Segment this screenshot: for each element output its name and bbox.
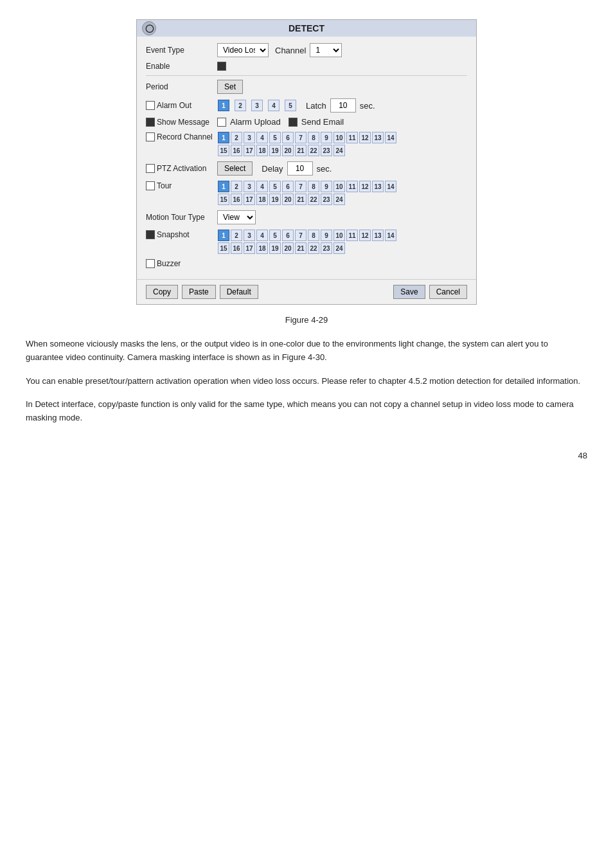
snap-badge-9[interactable]: 9 [321,230,332,241]
tour-badge-8[interactable]: 8 [308,181,319,192]
rc-badge-24[interactable]: 24 [333,145,345,156]
tour-badge-6[interactable]: 6 [282,181,294,192]
tour-badge-7[interactable]: 7 [295,181,306,192]
snap-badge-19[interactable]: 19 [269,242,281,254]
rc-badge-11[interactable]: 11 [346,132,358,143]
rc-badge-19[interactable]: 19 [269,145,281,156]
snap-badge-7[interactable]: 7 [295,230,306,241]
tour-badge-19[interactable]: 19 [269,194,281,205]
delay-input[interactable] [287,161,313,176]
rc-badge-22[interactable]: 22 [308,145,319,156]
show-message-checkbox[interactable] [146,118,155,127]
rc-badge-20[interactable]: 20 [282,145,294,156]
rc-badge-8[interactable]: 8 [308,132,319,143]
save-btn[interactable]: Save [393,285,425,299]
tour-badge-15[interactable]: 15 [218,194,229,205]
snapshot-checkbox[interactable] [146,230,155,239]
rc-badge-4[interactable]: 4 [256,132,268,143]
tour-badge-12[interactable]: 12 [359,181,371,192]
tour-badge-5[interactable]: 5 [269,181,281,192]
alarm-out-badge-5[interactable]: 5 [285,100,296,111]
tour-badge-1[interactable]: 1 [218,181,229,192]
buzzer-checkbox[interactable] [146,259,155,268]
channel-select[interactable]: 1 [310,43,342,57]
alarm-out-badge-1[interactable]: 1 [218,100,229,111]
snap-badge-1[interactable]: 1 [218,230,229,241]
motion-tour-type-select[interactable]: View 1 [217,210,256,224]
rc-badge-15[interactable]: 15 [218,145,229,156]
rc-badge-2[interactable]: 2 [231,132,242,143]
rc-badge-10[interactable]: 10 [333,132,345,143]
rc-badge-16[interactable]: 16 [231,145,242,156]
rc-badge-18[interactable]: 18 [256,145,268,156]
alarm-out-checkbox[interactable] [146,101,155,110]
rc-badge-3[interactable]: 3 [244,132,255,143]
rc-badge-9[interactable]: 9 [321,132,332,143]
ptz-activation-checkbox[interactable] [146,164,155,173]
tour-badge-20[interactable]: 20 [282,194,294,205]
tour-badge-3[interactable]: 3 [244,181,255,192]
snap-badge-2[interactable]: 2 [231,230,242,241]
snap-badge-17[interactable]: 17 [244,242,255,254]
send-email-checkbox[interactable] [289,118,298,127]
snap-badge-4[interactable]: 4 [256,230,268,241]
snap-badge-8[interactable]: 8 [308,230,319,241]
snap-badge-12[interactable]: 12 [359,230,371,241]
alarm-out-badge-4[interactable]: 4 [268,100,280,111]
rc-badge-23[interactable]: 23 [321,145,332,156]
default-btn[interactable]: Default [220,285,258,299]
snap-badge-16[interactable]: 16 [231,242,242,254]
event-type-select[interactable]: Video Loss [217,43,269,57]
rc-badge-13[interactable]: 13 [372,132,384,143]
cancel-btn[interactable]: Cancel [429,285,467,299]
rc-badge-12[interactable]: 12 [359,132,371,143]
snap-badge-18[interactable]: 18 [256,242,268,254]
tour-badge-22[interactable]: 22 [308,194,319,205]
copy-btn[interactable]: Copy [146,285,178,299]
ptz-select-btn[interactable]: Select [217,161,253,176]
rc-badge-21[interactable]: 21 [295,145,306,156]
snap-badge-6[interactable]: 6 [282,230,294,241]
snap-badge-22[interactable]: 22 [308,242,319,254]
snap-badge-24[interactable]: 24 [333,242,345,254]
tour-badge-24[interactable]: 24 [333,194,345,205]
alarm-out-badge-3[interactable]: 3 [251,100,263,111]
rc-badge-14[interactable]: 14 [385,132,396,143]
snap-badge-20[interactable]: 20 [282,242,294,254]
tour-badge-13[interactable]: 13 [372,181,384,192]
snap-badge-23[interactable]: 23 [321,242,332,254]
tour-badge-17[interactable]: 17 [244,194,255,205]
snap-badge-11[interactable]: 11 [346,230,358,241]
tour-badge-16[interactable]: 16 [231,194,242,205]
tour-badge-9[interactable]: 9 [321,181,332,192]
tour-badge-4[interactable]: 4 [256,181,268,192]
alarm-upload-checkbox[interactable] [217,118,226,127]
rc-badge-5[interactable]: 5 [269,132,281,143]
snap-badge-13[interactable]: 13 [372,230,384,241]
tour-badge-10[interactable]: 10 [333,181,345,192]
snap-badge-15[interactable]: 15 [218,242,229,254]
latch-input[interactable] [330,98,356,113]
snap-badge-3[interactable]: 3 [244,230,255,241]
rc-badge-6[interactable]: 6 [282,132,294,143]
period-set-btn[interactable]: Set [217,80,243,94]
snap-badge-10[interactable]: 10 [333,230,345,241]
tour-badge-2[interactable]: 2 [231,181,242,192]
tour-badge-23[interactable]: 23 [321,194,332,205]
rc-badge-7[interactable]: 7 [295,132,306,143]
tour-checkbox[interactable] [146,181,155,190]
snap-badge-21[interactable]: 21 [295,242,306,254]
tour-badge-14[interactable]: 14 [385,181,396,192]
tour-badge-21[interactable]: 21 [295,194,306,205]
enable-checkbox[interactable] [217,62,226,71]
snap-badge-5[interactable]: 5 [269,230,281,241]
tour-badge-18[interactable]: 18 [256,194,268,205]
record-channel-checkbox[interactable] [146,132,155,141]
snap-badge-14[interactable]: 14 [385,230,396,241]
tour-badge-11[interactable]: 11 [346,181,358,192]
rc-badge-17[interactable]: 17 [244,145,255,156]
alarm-out-badge-2[interactable]: 2 [235,100,246,111]
paste-btn[interactable]: Paste [182,285,216,299]
rc-badge-1[interactable]: 1 [218,132,229,143]
dialog-icon-btn[interactable]: ◯ [142,21,156,35]
